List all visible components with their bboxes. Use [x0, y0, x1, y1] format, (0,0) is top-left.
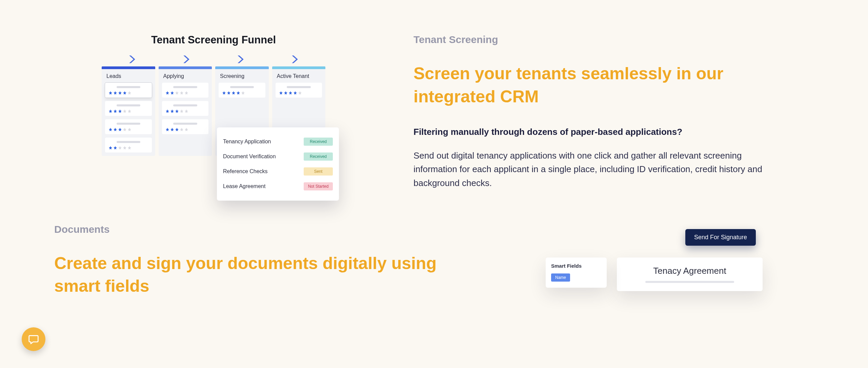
send-for-signature-button[interactable]: Send For Signature [685, 229, 756, 246]
placeholder-line [230, 86, 254, 88]
tenant-card[interactable] [105, 83, 152, 98]
star-rating [165, 109, 205, 113]
chevron-right-icon [290, 54, 300, 64]
tenant-card[interactable] [162, 119, 209, 134]
funnel-column-label: Screening [215, 69, 269, 83]
star-rating [279, 91, 319, 95]
documents-graphic: Send For Signature Tenacy Agreement Smar… [522, 224, 759, 237]
star-rating [222, 91, 262, 95]
tenant-card[interactable] [105, 119, 152, 134]
placeholder-line [173, 104, 197, 106]
status-pill: Received [304, 152, 333, 161]
star-rating [108, 91, 148, 95]
funnel-title: Tenant Screening Funnel [102, 34, 325, 46]
funnel-column-label: Leads [102, 69, 155, 83]
funnel-column-bar [102, 66, 155, 69]
chevron-right-icon [181, 54, 191, 64]
status-row: Lease AgreementNot Started [223, 179, 333, 194]
funnel-graphic: Tenant Screening Funnel LeadsApplyingScr… [102, 34, 325, 156]
document-title: Tenacy Agreement [626, 266, 753, 276]
smart-fields-panel: Smart Fields Name [546, 258, 607, 288]
documents-section: Documents Create and sign your documents… [0, 210, 868, 316]
funnel-chevrons [102, 54, 325, 64]
document-preview-card: Tenacy Agreement [617, 258, 763, 291]
placeholder-line [287, 86, 311, 88]
screening-status-popup: Tenancy ApplicationReceivedDocument Veri… [217, 127, 339, 201]
section-body: Send out digital tenancy applications wi… [413, 149, 780, 190]
star-rating [108, 146, 148, 150]
chat-launcher-button[interactable] [22, 327, 45, 351]
placeholder-line [173, 123, 197, 125]
star-rating [108, 127, 148, 131]
tenant-card[interactable] [276, 83, 322, 98]
section-subhead: Filtering manually through dozens of pap… [413, 127, 780, 137]
placeholder-line [117, 86, 141, 88]
status-row: Reference ChecksSent [223, 164, 333, 179]
documents-copy: Documents Create and sign your documents… [54, 224, 454, 316]
placeholder-line [645, 281, 734, 283]
status-pill: Received [304, 138, 333, 146]
chevron-right-icon [236, 54, 246, 64]
placeholder-line [117, 141, 141, 143]
smart-fields-title: Smart Fields [551, 263, 601, 269]
chevron-right-icon [127, 54, 137, 64]
star-rating [165, 91, 205, 95]
star-rating [165, 127, 205, 131]
funnel-column: Applying [159, 66, 212, 156]
tenant-card[interactable] [105, 138, 152, 152]
funnel-column-bar [159, 66, 212, 69]
status-row-label: Tenancy Application [223, 139, 271, 145]
tenant-card[interactable] [219, 83, 265, 98]
tenant-card[interactable] [105, 101, 152, 116]
funnel-column-label: Applying [159, 69, 212, 83]
placeholder-line [173, 86, 197, 88]
tenant-card[interactable] [162, 83, 209, 98]
status-row-label: Reference Checks [223, 168, 268, 175]
funnel-columns: LeadsApplyingScreeningActive TenantTenan… [102, 66, 325, 156]
section-headline: Create and sign your documents digitally… [54, 252, 454, 298]
tenant-screening-copy: Tenant Screening Screen your tenants sea… [413, 34, 780, 190]
funnel-column: Leads [102, 66, 155, 156]
funnel-column-bar [272, 66, 326, 69]
smart-field-name-pill[interactable]: Name [551, 273, 570, 282]
status-pill: Sent [304, 167, 333, 176]
status-pill: Not Started [304, 182, 333, 190]
status-row-label: Lease Agreement [223, 183, 265, 189]
star-rating [108, 109, 148, 113]
status-row: Tenancy ApplicationReceived [223, 134, 333, 149]
placeholder-line [117, 123, 141, 125]
section-eyebrow: Tenant Screening [413, 34, 780, 45]
tenant-screening-section: Tenant Screening Funnel LeadsApplyingScr… [0, 0, 868, 210]
status-row-label: Document Verification [223, 154, 276, 160]
status-row: Document VerificationReceived [223, 149, 333, 164]
funnel-column-bar [215, 66, 269, 69]
funnel-column-label: Active Tenant [272, 69, 326, 83]
section-headline: Screen your tenants seamlessly in our in… [413, 62, 780, 108]
chat-icon [28, 334, 39, 345]
placeholder-line [117, 104, 141, 106]
tenant-card[interactable] [162, 101, 209, 116]
section-eyebrow: Documents [54, 224, 454, 235]
